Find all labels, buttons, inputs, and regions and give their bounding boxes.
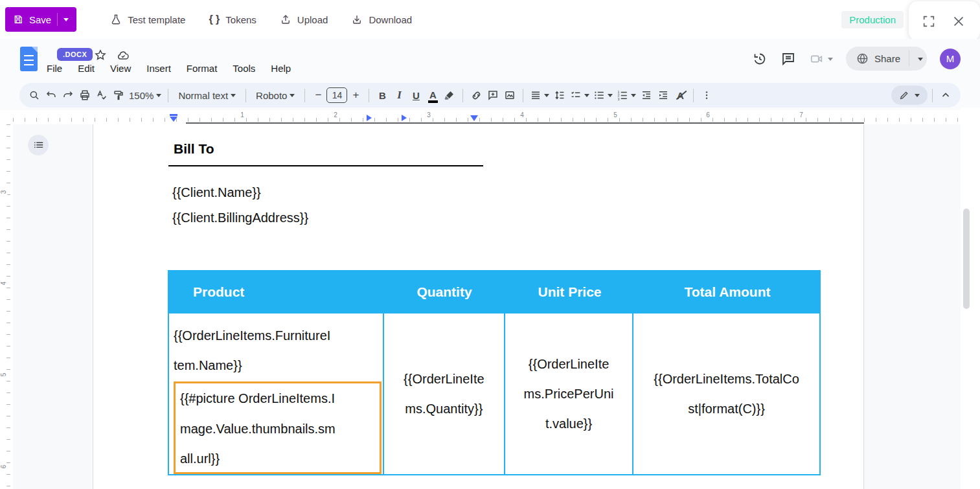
scrollbar-thumb[interactable] (963, 209, 970, 309)
redo-button[interactable] (60, 86, 76, 104)
checklist-icon (570, 89, 582, 101)
more-options-button[interactable] (698, 86, 715, 104)
template-editor-window: Save Test template { } Tokens Upload (0, 0, 980, 489)
cell-quantity[interactable]: {{OrderLineItems.Quantity}} (384, 313, 505, 474)
upload-button[interactable]: Upload (280, 14, 328, 25)
center-indent-marker[interactable] (470, 115, 478, 121)
more-vertical-icon (701, 90, 712, 100)
search-menus-button[interactable] (26, 86, 43, 104)
first-line-indent-marker[interactable] (170, 114, 177, 116)
ruler-number: 1 (238, 111, 246, 119)
align-icon (530, 89, 541, 101)
tab-stop-marker[interactable] (367, 115, 372, 121)
star-button[interactable] (94, 49, 107, 62)
bold-button[interactable]: B (374, 86, 391, 104)
insert-comment-button[interactable] (484, 86, 501, 104)
italic-icon: I (397, 89, 402, 102)
line-spacing-icon (554, 89, 565, 101)
video-call-caret[interactable] (828, 58, 833, 63)
braces-icon: { } (209, 14, 220, 25)
toolbar-separator (462, 89, 463, 102)
product-name-tag: {{OrderLineItems.FurnitureItem.Name}} (174, 321, 333, 380)
spellcheck-button[interactable] (93, 86, 110, 104)
video-call-button[interactable] (809, 52, 833, 66)
ruler-margin-line (186, 122, 864, 124)
paint-format-button[interactable] (110, 86, 127, 104)
menu-tools[interactable]: Tools (233, 63, 255, 74)
highlighter-icon (444, 89, 455, 101)
share-button[interactable]: Share (846, 47, 927, 71)
top-toolbar: Save Test template { } Tokens Upload (0, 0, 980, 40)
menu-view[interactable]: View (110, 63, 131, 74)
cell-total-amount[interactable]: {{OrderLineItems.TotalCost|format(C)}} (633, 313, 819, 474)
comments-button[interactable] (781, 51, 796, 67)
numbered-list-button[interactable]: 123 (615, 86, 638, 104)
font-family-select[interactable]: Roboto (251, 86, 300, 104)
header-unit-price: Unit Price (505, 270, 634, 313)
redo-icon (62, 89, 74, 101)
underline-button[interactable]: U (407, 86, 424, 104)
horizontal-ruler[interactable]: 1 2 3 4 5 6 7 (0, 110, 980, 124)
test-template-button[interactable]: Test template (110, 14, 185, 25)
clear-formatting-button[interactable]: A (672, 86, 689, 104)
save-split-divider (57, 13, 58, 26)
cloud-status-button[interactable] (116, 49, 130, 62)
version-history-button[interactable] (752, 51, 768, 67)
cell-unit-price[interactable]: {{OrderLineItems.PricePerUnit.value}} (505, 313, 633, 474)
indent-decrease-button[interactable] (638, 86, 655, 104)
menu-insert[interactable]: Insert (146, 63, 171, 74)
menu-file[interactable]: File (47, 63, 62, 74)
docs-document-icon[interactable] (20, 47, 38, 71)
close-button[interactable] (952, 14, 966, 28)
document-outline-button[interactable] (28, 135, 49, 155)
menu-format[interactable]: Format (187, 63, 218, 74)
link-icon (470, 89, 483, 102)
fullscreen-button[interactable] (922, 14, 936, 28)
paragraph-style-select[interactable]: Normal text (173, 86, 241, 104)
account-avatar[interactable]: M (940, 49, 961, 69)
tokens-label: Tokens (225, 14, 256, 25)
bulleted-list-button[interactable] (591, 86, 615, 104)
highlight-color-button[interactable] (441, 86, 458, 104)
zoom-select[interactable]: 150% (127, 86, 163, 104)
text-color-button[interactable]: A (424, 86, 441, 104)
ruler-number: 2 (332, 111, 339, 119)
toolbar-separator (369, 89, 369, 102)
picture-tag-highlight[interactable]: {{#picture OrderLineItems.Image.Value.th… (174, 381, 382, 474)
comment-add-icon (487, 89, 499, 101)
tab-stop-marker[interactable] (402, 115, 407, 121)
text-color-icon: A (429, 91, 437, 100)
toolbar-separator (932, 89, 933, 102)
save-button[interactable]: Save (5, 7, 76, 32)
header-total-amount: Total Amount (634, 270, 821, 313)
menu-edit[interactable]: Edit (78, 63, 95, 74)
line-spacing-button[interactable] (551, 86, 568, 104)
insert-image-button[interactable] (501, 86, 518, 104)
print-button[interactable] (76, 86, 93, 104)
share-divider (909, 51, 909, 67)
collapse-toolbar-button[interactable] (937, 86, 954, 104)
font-size-decrease-button[interactable]: − (310, 86, 326, 104)
order-items-table: Product Quantity Unit Price Total Amount… (168, 270, 821, 475)
vertical-ruler[interactable]: 3 4 5 6 (0, 124, 13, 489)
indent-increase-button[interactable] (655, 86, 672, 104)
font-size-input[interactable]: 14 (326, 87, 347, 103)
editing-mode-select[interactable] (891, 85, 928, 105)
undo-button[interactable] (43, 86, 60, 104)
save-dropdown-caret[interactable] (63, 18, 69, 24)
tokens-button[interactable]: { } Tokens (209, 14, 256, 25)
font-size-increase-button[interactable]: + (347, 86, 364, 104)
file-type-badge: .DOCX (57, 48, 93, 61)
share-dropdown-caret[interactable] (918, 58, 923, 63)
left-indent-marker[interactable] (170, 117, 177, 122)
editing-mode-caret (915, 94, 920, 100)
quantity-tag: {{OrderLineItems.Quantity}} (398, 364, 489, 424)
checklist-button[interactable] (568, 86, 591, 104)
insert-link-button[interactable] (468, 86, 484, 104)
download-button[interactable]: Download (351, 14, 412, 25)
cell-product[interactable]: {{OrderLineItems.FurnitureItem.Name}} {{… (169, 313, 384, 474)
align-button[interactable] (528, 86, 551, 104)
italic-button[interactable]: I (391, 86, 407, 104)
menu-help[interactable]: Help (271, 63, 291, 74)
total-amount-tag: {{OrderLineItems.TotalCost|format(C)}} (653, 364, 801, 424)
